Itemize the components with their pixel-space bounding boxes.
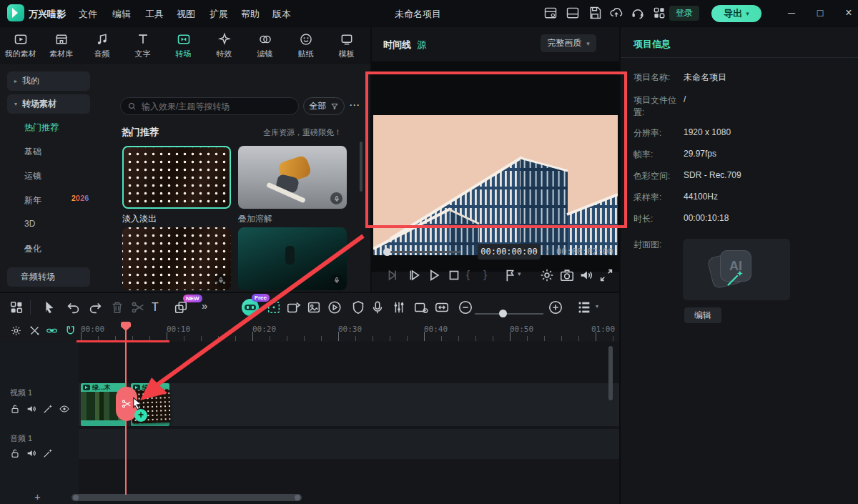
- edit-cover-button[interactable]: 编辑: [684, 307, 721, 323]
- undo-button[interactable]: [66, 300, 82, 315]
- layout-panel-icon[interactable]: [566, 6, 580, 20]
- zoom-in-button[interactable]: [548, 300, 563, 315]
- apps-grid-icon[interactable]: [652, 6, 666, 20]
- sidebar-group-my[interactable]: ▸ 我的: [7, 71, 90, 91]
- preview-tab-source[interactable]: 源: [417, 39, 426, 51]
- marker-chevron-icon[interactable]: ▾: [518, 270, 521, 277]
- sidebar-item-dissolve[interactable]: 叠化: [24, 243, 41, 255]
- tab-transitions[interactable]: 转场: [163, 27, 204, 64]
- tab-templates[interactable]: 模板: [326, 27, 367, 64]
- menu-view[interactable]: 视图: [177, 8, 195, 21]
- add-track-button[interactable]: +: [34, 490, 41, 503]
- snapshot-button[interactable]: [559, 267, 575, 283]
- play-button[interactable]: [426, 267, 442, 283]
- sidebar-item-basic[interactable]: 基础: [24, 146, 41, 158]
- quality-dropdown[interactable]: 完整画质 ▾: [541, 34, 596, 52]
- mark-in-button[interactable]: {: [466, 268, 470, 280]
- transition-thumb-overlay-dissolve[interactable]: [238, 146, 347, 209]
- preview-tab-timeline[interactable]: 时间线: [383, 39, 411, 51]
- marker-flag-button[interactable]: [502, 267, 518, 283]
- window-minimize-button[interactable]: ─: [781, 4, 802, 21]
- login-button[interactable]: 登录: [669, 6, 699, 21]
- text-tool-button[interactable]: T: [152, 301, 159, 314]
- snap-magnet-icon[interactable]: [64, 325, 77, 337]
- track-magic-icon[interactable]: [42, 403, 54, 415]
- previous-frame-button[interactable]: [385, 267, 400, 283]
- select-tool-button[interactable]: [41, 300, 57, 315]
- split-button[interactable]: [130, 300, 146, 315]
- timeline-horizontal-scrollbar[interactable]: [72, 494, 302, 501]
- step-forward-button[interactable]: [406, 267, 422, 283]
- link-clips-icon[interactable]: [46, 325, 58, 337]
- mark-out-button[interactable]: }: [483, 268, 487, 280]
- window-close-button[interactable]: ×: [838, 4, 858, 21]
- voiceover-button[interactable]: [370, 300, 385, 315]
- tab-stock-media[interactable]: 素材库: [41, 27, 82, 64]
- more-options-button[interactable]: ⋯: [349, 96, 366, 114]
- sidebar-item-hot[interactable]: 热门推荐: [24, 122, 59, 134]
- redo-button[interactable]: [87, 300, 103, 315]
- voice-preview-icon[interactable]: [214, 274, 227, 286]
- sidebar-group-audio-transition[interactable]: 音频转场: [7, 267, 90, 287]
- lock-track-icon[interactable]: [9, 403, 21, 415]
- stop-button[interactable]: [446, 267, 462, 283]
- timeline-settings-icon[interactable]: [10, 325, 22, 337]
- speed-button[interactable]: [327, 300, 342, 315]
- cover-image-placeholder[interactable]: AI: [683, 239, 790, 300]
- zoom-out-button[interactable]: [458, 300, 473, 315]
- scrubber-track[interactable]: [390, 251, 460, 253]
- menu-version[interactable]: 版本: [272, 8, 291, 21]
- transition-thumb-fade[interactable]: [122, 146, 231, 209]
- delete-button[interactable]: [109, 300, 125, 315]
- unlink-clips-icon[interactable]: [29, 325, 41, 337]
- window-maximize-button[interactable]: □: [809, 4, 831, 21]
- sidebar-item-camera-move[interactable]: 运镜: [24, 170, 41, 182]
- menu-edit[interactable]: 编辑: [112, 8, 131, 21]
- hide-track-icon[interactable]: [59, 403, 70, 415]
- tab-audio[interactable]: 音频: [82, 27, 122, 64]
- smart-crop-button[interactable]: [266, 300, 282, 315]
- export-clip-button[interactable]: [286, 300, 302, 315]
- menu-help[interactable]: 帮助: [241, 8, 260, 21]
- portrait-cutout-button[interactable]: [306, 300, 322, 315]
- tab-filters[interactable]: 滤镜: [245, 27, 285, 64]
- tab-text[interactable]: 文字: [122, 27, 163, 64]
- menu-extensions[interactable]: 扩展: [209, 8, 228, 21]
- tab-stickers[interactable]: 贴纸: [285, 27, 326, 64]
- filter-all-button[interactable]: 全部: [303, 97, 345, 115]
- mute-track-icon[interactable]: [26, 403, 37, 415]
- track-manager-chevron-icon[interactable]: ▾: [596, 303, 598, 310]
- zoom-slider-track[interactable]: [475, 313, 543, 315]
- audio-mixer-button[interactable]: [391, 300, 407, 315]
- save-icon[interactable]: [588, 6, 602, 20]
- lock-track-icon[interactable]: [9, 448, 21, 459]
- library-scrollbar[interactable]: [360, 142, 363, 192]
- search-bar[interactable]: [120, 97, 299, 115]
- sidebar-group-transition-assets[interactable]: ▾ 转场素材: [7, 94, 90, 114]
- cloud-upload-icon[interactable]: [609, 6, 623, 20]
- tab-effects[interactable]: 特效: [204, 27, 245, 64]
- audio-track-lane[interactable]: [0, 429, 619, 459]
- media-browser-button[interactable]: [9, 300, 24, 315]
- timeline-vertical-scrollbar[interactable]: [608, 346, 613, 400]
- sidebar-item-3d[interactable]: 3D: [24, 219, 35, 229]
- timeline-ruler[interactable]: 00:00 00:10 00:20 00:30 00:40 00:50 01:0…: [0, 322, 619, 342]
- support-headset-icon[interactable]: [631, 6, 645, 20]
- playback-settings-button[interactable]: [539, 267, 555, 283]
- track-magic-icon[interactable]: [42, 448, 54, 459]
- zoom-slider-handle[interactable]: [499, 310, 507, 317]
- fullscreen-button[interactable]: [598, 267, 614, 283]
- sidebar-item-new-year[interactable]: 新年: [24, 194, 41, 207]
- tab-my-media[interactable]: 我的素材: [0, 27, 41, 64]
- more-tools-button[interactable]: »: [202, 300, 207, 312]
- voice-preview-icon[interactable]: [330, 274, 342, 286]
- menu-tools[interactable]: 工具: [145, 8, 164, 21]
- track-manager-button[interactable]: [576, 300, 592, 315]
- project-settings-icon[interactable]: [543, 6, 558, 20]
- voice-preview-icon[interactable]: [330, 192, 342, 204]
- fit-timeline-button[interactable]: [434, 300, 450, 315]
- current-timecode[interactable]: 00:00:00:00: [478, 244, 541, 260]
- mute-track-icon[interactable]: [26, 448, 37, 459]
- menu-file[interactable]: 文件: [79, 8, 97, 21]
- export-chevron-icon[interactable]: ▾: [746, 10, 749, 17]
